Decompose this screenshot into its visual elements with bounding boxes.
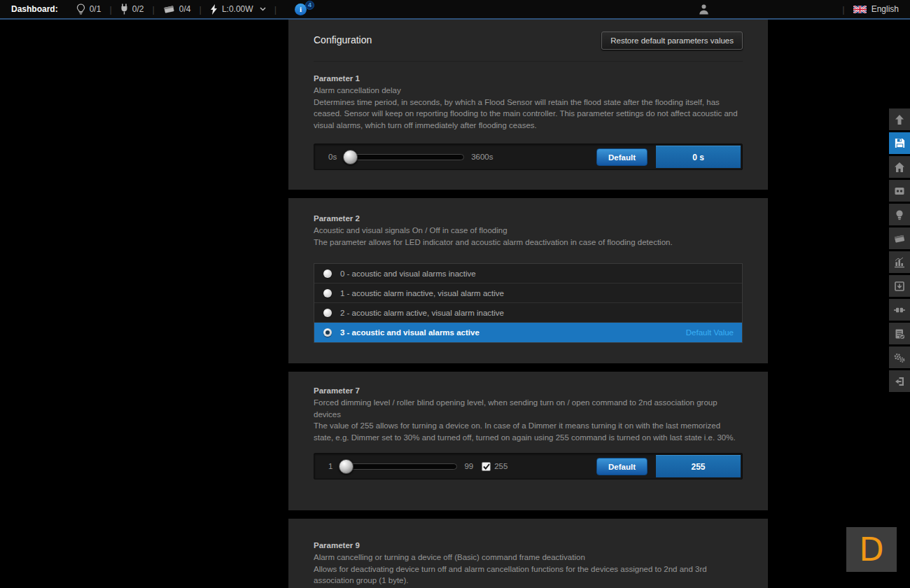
radio-option-0[interactable]: 0 - acoustic and visual alarms inactive — [314, 264, 742, 284]
radio-label: 0 - acoustic and visual alarms inactive — [340, 270, 476, 278]
configuration-panel: Configuration Restore default parameters… — [288, 20, 768, 588]
section-parameter-2: Parameter 2 Acoustic and visual signals … — [288, 198, 768, 363]
dashboard-label: Dashboard: — [11, 4, 58, 14]
language-selector[interactable]: English — [853, 4, 899, 14]
backup-icon[interactable] — [889, 275, 910, 297]
logo-d: D — [846, 527, 897, 572]
radio-option-2[interactable]: 2 - acoustic alarm active, visual alarm … — [314, 303, 742, 323]
lightning-icon — [210, 4, 218, 15]
page-title: Configuration — [314, 31, 372, 46]
gears-icon[interactable] — [889, 346, 910, 368]
param2-description: The parameter allows for LED indicator a… — [314, 237, 738, 248]
param7-255-checkbox[interactable] — [482, 462, 491, 471]
association-icon[interactable] — [889, 299, 910, 321]
plug-icon — [120, 4, 128, 15]
save-icon[interactable] — [889, 132, 910, 154]
param7-slider[interactable] — [340, 459, 457, 474]
param7-control-row: 1 99 255 Default 255 — [314, 453, 743, 479]
radio-label: 1 - acoustic alarm inactive, visual alar… — [340, 289, 504, 298]
language-label: English — [872, 4, 899, 14]
radio-option-3-selected[interactable]: 3 - acoustic and visual alarms active De… — [314, 323, 742, 342]
param9-description: Allows for deactivating device turn off … — [314, 564, 738, 587]
param7-checkbox-label: 255 — [494, 462, 507, 470]
separator: | — [274, 4, 276, 15]
user-icon — [699, 4, 709, 15]
param1-title: Parameter 1 — [314, 73, 743, 85]
topbar: Dashboard: 0/1 | 0/2 | 0/4 | L:0.00W | i… — [0, 0, 910, 20]
param9-subtitle: Alarm cancelling or turning a device off… — [314, 552, 738, 564]
separator: | — [152, 4, 154, 15]
light-icon[interactable] — [889, 204, 910, 225]
section-parameter-1: Configuration Restore default parameters… — [288, 20, 768, 190]
plugs-summary[interactable]: 0/2 — [120, 4, 144, 15]
restore-defaults-button[interactable]: Restore default parameters values — [601, 31, 743, 50]
param2-option-list: 0 - acoustic and visual alarms inactive … — [314, 263, 743, 343]
param1-value-box[interactable]: 0 s — [656, 146, 741, 168]
radio-icon-selected[interactable] — [323, 328, 332, 337]
slider-track[interactable] — [344, 154, 464, 160]
radio-option-1[interactable]: 1 - acoustic alarm inactive, visual alar… — [314, 284, 742, 303]
default-value-badge: Default Value — [686, 328, 734, 337]
param7-value-box[interactable]: 255 — [656, 455, 741, 477]
lights-summary[interactable]: 0/1 — [76, 4, 102, 15]
slider-track[interactable] — [340, 463, 457, 470]
uk-flag-icon — [853, 6, 867, 13]
slider-knob[interactable] — [339, 459, 354, 474]
param2-title: Parameter 2 — [314, 213, 743, 225]
param1-subtitle: Alarm cancellation delay — [314, 85, 738, 97]
notification-badge: 4 — [305, 1, 314, 10]
home-icon[interactable] — [889, 156, 910, 178]
param7-default-button[interactable]: Default — [596, 458, 648, 475]
param1-default-button[interactable]: Default — [596, 148, 648, 166]
power-label: L:0.00W — [222, 4, 253, 14]
param9-title: Parameter 9 — [314, 540, 743, 552]
radio-icon[interactable] — [323, 309, 332, 317]
notifications-button[interactable]: i 4 — [295, 2, 314, 16]
param1-slider[interactable] — [344, 150, 464, 164]
power-dropdown[interactable]: L:0.00W — [210, 4, 266, 15]
param1-max-label: 3600s — [471, 153, 493, 161]
param7-max-label: 99 — [464, 462, 473, 470]
separator: | — [109, 4, 111, 15]
radio-label: 3 - acoustic and visual alarms active — [340, 328, 479, 337]
blinds-icon — [163, 4, 175, 14]
param1-control-row: 0s 3600s Default 0 s — [314, 144, 743, 170]
blinds-summary[interactable]: 0/4 — [163, 4, 191, 14]
section-parameter-7: Parameter 7 Forced dimming level / rolle… — [288, 372, 768, 510]
radio-icon[interactable] — [323, 270, 332, 278]
section-parameter-9: Parameter 9 Alarm cancelling or turning … — [288, 519, 768, 588]
chart-icon[interactable] — [889, 251, 910, 273]
param7-title: Parameter 7 — [314, 385, 743, 397]
plugs-count: 0/2 — [132, 4, 144, 14]
logout-icon[interactable] — [889, 370, 910, 392]
radio-icon[interactable] — [323, 289, 332, 298]
param7-description: The value of 255 allows for turning a de… — [314, 420, 738, 443]
radio-label: 2 - acoustic alarm active, visual alarm … — [340, 309, 504, 317]
bulb-icon — [76, 4, 85, 15]
param2-subtitle: Acoustic and visual signals On / Off in … — [314, 225, 738, 237]
scenes-icon[interactable] — [889, 227, 910, 249]
param1-description: Determines time period, in seconds, by w… — [314, 97, 738, 132]
slider-knob[interactable] — [343, 150, 358, 164]
logo-letter: D — [859, 533, 883, 566]
devices-icon[interactable] — [889, 180, 910, 202]
right-toolbar — [889, 108, 910, 394]
arrow-up-icon[interactable] — [889, 108, 910, 130]
separator: | — [200, 4, 202, 15]
param7-min-label: 1 — [328, 462, 332, 470]
user-button[interactable] — [699, 4, 709, 15]
lights-count: 0/1 — [90, 4, 102, 14]
chevron-down-icon — [260, 7, 266, 11]
events-icon[interactable] — [889, 323, 910, 344]
param7-subtitle: Forced dimming level / roller blind open… — [314, 397, 738, 420]
blinds-count: 0/4 — [179, 4, 191, 14]
param1-min-label: 0s — [328, 153, 337, 161]
separator: | — [842, 4, 844, 15]
